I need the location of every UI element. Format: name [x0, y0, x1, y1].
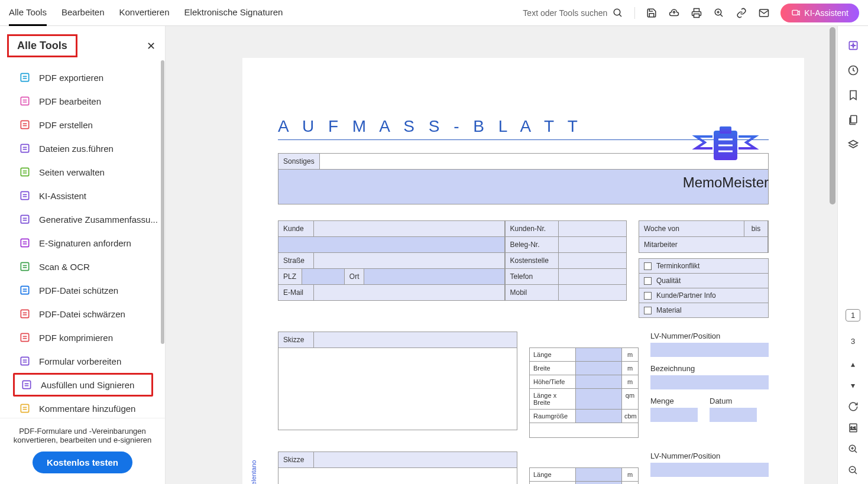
tool-icon	[19, 284, 31, 296]
memomeister-logo: MemoMeister	[683, 122, 769, 191]
sidebar-item-label: PDF komprimieren	[39, 333, 113, 343]
svg-rect-45	[21, 357, 28, 365]
sidebar-item-label: Generative Zusammenfassu...	[39, 215, 158, 225]
sidebar-item-2[interactable]: PDF erstellen	[0, 113, 165, 137]
bookmark-icon[interactable]	[847, 89, 860, 102]
sidebar-item-label: PDF-Datei schützen	[39, 285, 118, 295]
vertical-credit: o Celentano	[250, 460, 257, 484]
svg-rect-61	[720, 126, 731, 134]
tool-icon	[19, 95, 31, 107]
mail-icon[interactable]	[758, 7, 770, 19]
magnify-add-icon[interactable]	[713, 7, 725, 19]
sidebar-title: Alle Tools	[7, 34, 77, 57]
sidebar-item-10[interactable]: PDF-Datei schwärzen	[0, 302, 165, 326]
svg-rect-48	[22, 381, 30, 388]
input-kunde[interactable]	[314, 221, 504, 236]
tool-icon	[19, 261, 31, 272]
check-kunde-partner[interactable]: Kunde/Partner Info	[639, 288, 769, 303]
pdf-page: o Celentano A U F M A S S - B L A T T Me…	[242, 58, 804, 484]
rotate-icon[interactable]	[847, 400, 860, 413]
svg-point-0	[614, 9, 621, 15]
sidebar-item-label: PDF-Datei schwärzen	[39, 309, 125, 319]
check-terminkonflikt[interactable]: Terminkonflikt	[639, 258, 769, 274]
fit-page-icon[interactable]: 1:1	[847, 421, 860, 434]
link-icon[interactable]	[736, 7, 747, 19]
sparkle-panel-icon[interactable]	[847, 39, 860, 52]
trial-button[interactable]: Kostenlos testen	[33, 451, 132, 473]
svg-rect-42	[21, 333, 28, 341]
sidebar-scrollbar[interactable]	[160, 58, 165, 484]
sidebar-item-14[interactable]: Kommentare hinzufügen	[0, 397, 165, 418]
sidebar-item-1[interactable]: PDF bearbeiten	[0, 89, 165, 113]
sidebar-item-label: Scan & OCR	[39, 262, 90, 272]
tool-icon	[19, 332, 31, 343]
chevron-down-icon[interactable]: ▾	[847, 379, 860, 392]
tool-icon	[19, 119, 31, 131]
svg-rect-18	[21, 144, 28, 152]
svg-rect-21	[21, 168, 28, 176]
sidebar-item-5[interactable]: KI-Assistent	[0, 184, 165, 207]
svg-marker-68	[848, 141, 857, 145]
sidebar-item-12[interactable]: Formular vorbereiten	[0, 349, 165, 373]
search-area[interactable]: Text oder Tools suchen	[523, 7, 624, 19]
layers-icon[interactable]	[847, 138, 860, 151]
document-scrollbar[interactable]	[828, 26, 837, 484]
save-icon[interactable]	[646, 7, 658, 19]
tool-icon	[19, 190, 31, 202]
svg-rect-12	[21, 97, 28, 105]
pages-icon[interactable]	[847, 113, 860, 126]
zoom-in-icon[interactable]	[847, 443, 860, 456]
sidebar-footer: PDF-Formulare und -Vereinbarungen konver…	[0, 418, 165, 484]
sidebar-item-11[interactable]: PDF komprimieren	[0, 326, 165, 349]
svg-rect-39	[21, 310, 28, 317]
cloud-upload-icon[interactable]	[668, 7, 680, 19]
sidebar-item-7[interactable]: E-Signaturen anfordern	[0, 231, 165, 255]
check-qualitaet[interactable]: Qualität	[639, 273, 769, 288]
tool-icon	[19, 355, 31, 367]
sidebar-item-9[interactable]: PDF-Datei schützen	[0, 278, 165, 302]
svg-line-76	[854, 472, 857, 474]
history-icon[interactable]	[847, 64, 860, 77]
check-material[interactable]: Material	[639, 303, 769, 318]
menu-signaturen[interactable]: Elektronische Signaturen	[184, 0, 283, 26]
svg-rect-51	[21, 404, 28, 412]
sidebar-item-label: Seiten verwalten	[39, 167, 105, 177]
sidebar-item-label: Ausfüllen und Signieren	[41, 380, 134, 390]
sidebar-item-8[interactable]: Scan & OCR	[0, 255, 165, 278]
input-kunde-val[interactable]	[278, 237, 504, 252]
document-viewport[interactable]: o Celentano A U F M A S S - B L A T T Me…	[166, 26, 837, 484]
divider	[634, 7, 635, 19]
svg-rect-33	[21, 262, 28, 270]
sidebar-item-4[interactable]: Seiten verwalten	[0, 160, 165, 184]
chevron-up-icon[interactable]: ▴	[847, 358, 860, 371]
input-lv-nummer[interactable]	[650, 343, 769, 357]
menu-bearbeiten[interactable]: Bearbeiten	[61, 0, 105, 26]
sidebar-item-13[interactable]: Ausfüllen und Signieren	[13, 373, 153, 397]
print-icon[interactable]	[691, 7, 702, 19]
label-sonstiges: Sonstiges	[278, 154, 320, 169]
svg-text:1:1: 1:1	[850, 426, 856, 430]
sidebar-item-0[interactable]: PDF exportieren	[0, 66, 165, 89]
menu-konvertieren[interactable]: Konvertieren	[119, 0, 170, 26]
sidebar-item-label: PDF bearbeiten	[39, 96, 101, 106]
sidebar-item-3[interactable]: Dateien zus.führen	[0, 137, 165, 160]
sidebar: Alle Tools ✕ PDF exportierenPDF bearbeit…	[0, 26, 166, 484]
ki-assistent-button[interactable]: KI-Assistent	[780, 4, 859, 22]
sidebar-item-6[interactable]: Generative Zusammenfassu...	[0, 207, 165, 231]
tool-icon	[19, 72, 31, 83]
tool-icon	[19, 213, 31, 225]
current-page[interactable]: 1	[846, 309, 860, 321]
right-rail: 1 3 ▴ ▾ 1:1	[837, 26, 868, 484]
sidebar-item-label: PDF erstellen	[39, 120, 93, 130]
tool-icon	[19, 237, 31, 249]
svg-line-1	[620, 14, 622, 17]
close-icon[interactable]: ✕	[147, 40, 156, 53]
sidebar-item-label: Formular vorbereiten	[39, 356, 121, 366]
input-bezeichnung[interactable]	[650, 375, 769, 389]
zoom-out-icon[interactable]	[847, 464, 860, 477]
sidebar-item-label: PDF exportieren	[39, 73, 103, 83]
svg-rect-2	[694, 14, 699, 17]
svg-rect-15	[21, 121, 28, 128]
sidebar-item-label: Kommentare hinzufügen	[39, 404, 135, 414]
menu-alle-tools[interactable]: Alle Tools	[9, 0, 47, 26]
